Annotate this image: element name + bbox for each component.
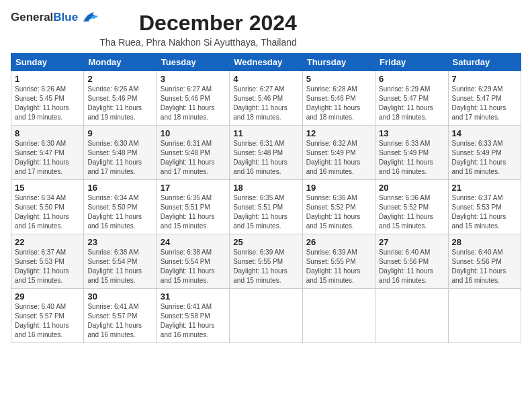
logo-bird-icon <box>81 11 99 24</box>
day-info: Sunrise: 6:36 AM Sunset: 5:52 PM Dayligh… <box>306 193 371 231</box>
weekday-header-friday: Friday <box>375 54 448 71</box>
calendar-cell: 31Sunrise: 6:41 AM Sunset: 5:58 PM Dayli… <box>157 289 229 343</box>
day-number: 21 <box>452 183 517 193</box>
day-number: 27 <box>379 237 444 247</box>
location-title: Tha Ruea, Phra Nakhon Si Ayutthaya, Thai… <box>99 37 297 48</box>
calendar-cell: 25Sunrise: 6:39 AM Sunset: 5:55 PM Dayli… <box>230 234 302 289</box>
weekday-header-tuesday: Tuesday <box>157 54 229 71</box>
calendar-cell: 20Sunrise: 6:36 AM Sunset: 5:52 PM Dayli… <box>375 180 448 234</box>
day-number: 26 <box>306 237 371 247</box>
day-number: 5 <box>306 74 371 84</box>
day-number: 10 <box>161 128 226 138</box>
day-number: 28 <box>452 237 517 247</box>
day-number: 19 <box>306 183 371 193</box>
weekday-header-row: SundayMondayTuesdayWednesdayThursdayFrid… <box>11 54 521 71</box>
day-number: 1 <box>15 74 80 84</box>
day-info: Sunrise: 6:33 AM Sunset: 5:49 PM Dayligh… <box>379 139 444 177</box>
day-info: Sunrise: 6:39 AM Sunset: 5:55 PM Dayligh… <box>233 248 298 285</box>
day-info: Sunrise: 6:31 AM Sunset: 5:48 PM Dayligh… <box>161 139 226 177</box>
calendar-week-3: 15Sunrise: 6:34 AM Sunset: 5:50 PM Dayli… <box>11 180 521 234</box>
day-info: Sunrise: 6:29 AM Sunset: 5:47 PM Dayligh… <box>452 85 517 122</box>
day-number: 16 <box>87 183 152 193</box>
day-info: Sunrise: 6:29 AM Sunset: 5:47 PM Dayligh… <box>379 85 444 122</box>
day-number: 15 <box>15 183 80 193</box>
day-number: 7 <box>452 74 517 84</box>
calendar-cell: 30Sunrise: 6:41 AM Sunset: 5:57 PM Dayli… <box>84 289 157 343</box>
day-info: Sunrise: 6:39 AM Sunset: 5:55 PM Dayligh… <box>306 248 371 285</box>
weekday-header-monday: Monday <box>84 54 157 71</box>
day-info: Sunrise: 6:40 AM Sunset: 5:56 PM Dayligh… <box>452 248 517 285</box>
weekday-header-saturday: Saturday <box>448 54 521 71</box>
day-info: Sunrise: 6:37 AM Sunset: 5:53 PM Dayligh… <box>15 248 80 285</box>
logo: GeneralBlue <box>11 11 99 24</box>
day-number: 18 <box>233 183 298 193</box>
day-number: 13 <box>379 128 444 138</box>
calendar-cell: 19Sunrise: 6:36 AM Sunset: 5:52 PM Dayli… <box>302 180 375 234</box>
day-info: Sunrise: 6:32 AM Sunset: 5:49 PM Dayligh… <box>306 139 371 177</box>
day-number: 2 <box>87 74 152 84</box>
calendar-cell: 5Sunrise: 6:28 AM Sunset: 5:46 PM Daylig… <box>302 71 375 126</box>
page-header: GeneralBlue December 2024 Tha Ruea, Phra… <box>11 11 521 48</box>
day-number: 3 <box>161 74 226 84</box>
calendar-cell: 29Sunrise: 6:40 AM Sunset: 5:57 PM Dayli… <box>11 289 84 343</box>
day-number: 22 <box>15 237 80 247</box>
calendar-cell: 3Sunrise: 6:27 AM Sunset: 5:46 PM Daylig… <box>157 71 229 126</box>
calendar-table: SundayMondayTuesdayWednesdayThursdayFrid… <box>11 53 521 343</box>
calendar-cell: 10Sunrise: 6:31 AM Sunset: 5:48 PM Dayli… <box>157 126 229 180</box>
day-info: Sunrise: 6:27 AM Sunset: 5:46 PM Dayligh… <box>233 85 298 122</box>
day-info: Sunrise: 6:37 AM Sunset: 5:53 PM Dayligh… <box>452 193 517 231</box>
calendar-week-2: 8Sunrise: 6:30 AM Sunset: 5:47 PM Daylig… <box>11 126 521 180</box>
day-info: Sunrise: 6:34 AM Sunset: 5:50 PM Dayligh… <box>87 193 152 231</box>
day-info: Sunrise: 6:41 AM Sunset: 5:57 PM Dayligh… <box>87 302 152 340</box>
month-title: December 2024 <box>99 11 297 36</box>
day-info: Sunrise: 6:26 AM Sunset: 5:46 PM Dayligh… <box>87 85 152 122</box>
calendar-cell <box>230 289 302 343</box>
day-info: Sunrise: 6:28 AM Sunset: 5:46 PM Dayligh… <box>306 85 371 122</box>
day-number: 12 <box>306 128 371 138</box>
day-info: Sunrise: 6:36 AM Sunset: 5:52 PM Dayligh… <box>379 193 444 231</box>
day-number: 24 <box>161 237 226 247</box>
calendar-cell <box>448 289 521 343</box>
weekday-header-sunday: Sunday <box>11 54 84 71</box>
calendar-cell <box>302 289 375 343</box>
calendar-cell: 12Sunrise: 6:32 AM Sunset: 5:49 PM Dayli… <box>302 126 375 180</box>
title-block: December 2024 Tha Ruea, Phra Nakhon Si A… <box>99 11 297 48</box>
day-number: 6 <box>379 74 444 84</box>
logo-blue: Blue <box>53 11 78 24</box>
day-number: 14 <box>452 128 517 138</box>
day-info: Sunrise: 6:30 AM Sunset: 5:47 PM Dayligh… <box>15 139 80 177</box>
day-number: 17 <box>161 183 226 193</box>
calendar-cell: 13Sunrise: 6:33 AM Sunset: 5:49 PM Dayli… <box>375 126 448 180</box>
day-number: 11 <box>233 128 298 138</box>
day-info: Sunrise: 6:34 AM Sunset: 5:50 PM Dayligh… <box>15 193 80 231</box>
day-info: Sunrise: 6:26 AM Sunset: 5:45 PM Dayligh… <box>15 85 80 122</box>
day-number: 25 <box>233 237 298 247</box>
day-info: Sunrise: 6:33 AM Sunset: 5:49 PM Dayligh… <box>452 139 517 177</box>
day-info: Sunrise: 6:38 AM Sunset: 5:54 PM Dayligh… <box>161 248 226 285</box>
calendar-body: 1Sunrise: 6:26 AM Sunset: 5:45 PM Daylig… <box>11 71 521 343</box>
calendar-cell: 16Sunrise: 6:34 AM Sunset: 5:50 PM Dayli… <box>84 180 157 234</box>
calendar-week-1: 1Sunrise: 6:26 AM Sunset: 5:45 PM Daylig… <box>11 71 521 126</box>
day-info: Sunrise: 6:40 AM Sunset: 5:57 PM Dayligh… <box>15 302 80 340</box>
day-number: 31 <box>161 291 226 302</box>
calendar-cell: 18Sunrise: 6:35 AM Sunset: 5:51 PM Dayli… <box>230 180 302 234</box>
calendar-cell: 8Sunrise: 6:30 AM Sunset: 5:47 PM Daylig… <box>11 126 84 180</box>
calendar-cell: 21Sunrise: 6:37 AM Sunset: 5:53 PM Dayli… <box>448 180 521 234</box>
day-number: 9 <box>87 128 152 138</box>
day-info: Sunrise: 6:27 AM Sunset: 5:46 PM Dayligh… <box>161 85 226 122</box>
calendar-cell: 22Sunrise: 6:37 AM Sunset: 5:53 PM Dayli… <box>11 234 84 289</box>
calendar-week-4: 22Sunrise: 6:37 AM Sunset: 5:53 PM Dayli… <box>11 234 521 289</box>
logo-general: General <box>11 11 53 24</box>
calendar-cell: 6Sunrise: 6:29 AM Sunset: 5:47 PM Daylig… <box>375 71 448 126</box>
weekday-header-thursday: Thursday <box>302 54 375 71</box>
day-info: Sunrise: 6:41 AM Sunset: 5:58 PM Dayligh… <box>161 302 226 340</box>
calendar-cell: 27Sunrise: 6:40 AM Sunset: 5:56 PM Dayli… <box>375 234 448 289</box>
day-number: 30 <box>87 291 152 302</box>
calendar-cell: 28Sunrise: 6:40 AM Sunset: 5:56 PM Dayli… <box>448 234 521 289</box>
calendar-cell <box>375 289 448 343</box>
calendar-week-5: 29Sunrise: 6:40 AM Sunset: 5:57 PM Dayli… <box>11 289 521 343</box>
day-number: 4 <box>233 74 298 84</box>
calendar-cell: 11Sunrise: 6:31 AM Sunset: 5:48 PM Dayli… <box>230 126 302 180</box>
day-info: Sunrise: 6:38 AM Sunset: 5:54 PM Dayligh… <box>87 248 152 285</box>
calendar-cell: 2Sunrise: 6:26 AM Sunset: 5:46 PM Daylig… <box>84 71 157 126</box>
